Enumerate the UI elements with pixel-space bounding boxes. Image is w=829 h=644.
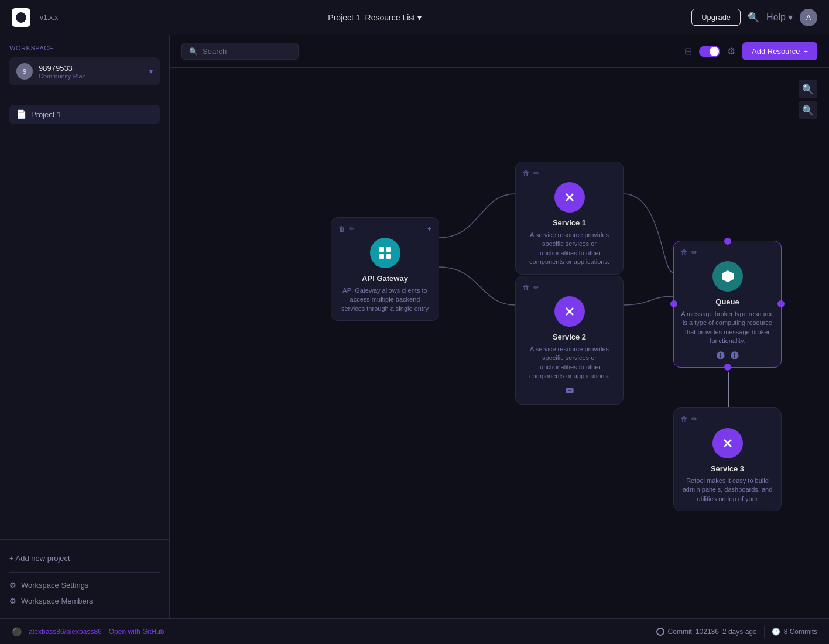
github-username: alexbass86/alexbass86 bbox=[29, 628, 102, 636]
settings-label: Workspace Settings bbox=[21, 581, 88, 590]
service3-node[interactable]: 🗑 ✏ + Service 3 Retool makes it easy to … bbox=[673, 407, 782, 511]
avatar[interactable]: A bbox=[800, 9, 817, 26]
api-gateway-node[interactable]: 🗑 ✏ + API Gateway API Gat bbox=[331, 217, 439, 321]
node-toolbar: 🗑 ✏ + bbox=[681, 248, 774, 256]
node-add-button[interactable]: + bbox=[612, 283, 616, 292]
project-name-label: Project 1 bbox=[328, 13, 360, 22]
node-toolbar: 🗑 ✏ + bbox=[338, 225, 431, 233]
node-toolbar-right: + bbox=[427, 225, 431, 233]
filter-icon[interactable]: ⚙ bbox=[727, 46, 735, 57]
node-delete-button[interactable]: 🗑 bbox=[681, 415, 688, 423]
add-project-button[interactable]: + Add new project bbox=[9, 549, 70, 567]
node-toolbar-right: + bbox=[612, 283, 616, 292]
node-toolbar-left: 🗑 ✏ bbox=[681, 248, 697, 256]
workspace-label: Workspace bbox=[9, 44, 160, 52]
node-toolbar: 🗑 ✏ + bbox=[681, 415, 774, 423]
service3-icon bbox=[712, 428, 743, 458]
sidebar-item-workspace-members[interactable]: ⚙ Workspace Members bbox=[9, 593, 160, 609]
node-delete-button[interactable]: 🗑 bbox=[523, 283, 530, 292]
service2-icon bbox=[554, 296, 585, 327]
sidebar: Workspace 9 98979533 Community Plan ▾ 📄 … bbox=[0, 35, 170, 618]
bottom-commits-button[interactable]: 🕐 8 Commits bbox=[772, 628, 817, 636]
help-button[interactable]: Help ▾ bbox=[766, 12, 793, 23]
bottom-commit-info: Commit 102136 2 days ago bbox=[656, 628, 757, 636]
canvas-search-wrapper[interactable]: 🔍 bbox=[181, 43, 299, 60]
queue-title: Queue bbox=[681, 297, 774, 306]
zoom-controls: 🔍 🔍 bbox=[799, 80, 817, 119]
queue-icon bbox=[712, 261, 743, 292]
sidebar-item-workspace-settings[interactable]: ⚙ Workspace Settings bbox=[9, 577, 160, 593]
topbar-center: Project 1 Resource List ▾ bbox=[67, 13, 682, 22]
node-toolbar: 🗑 ✏ + bbox=[523, 283, 616, 292]
toggle-switch[interactable] bbox=[699, 46, 720, 57]
canvas-search-input[interactable] bbox=[203, 47, 291, 56]
resource-list-button[interactable]: Resource List ▾ bbox=[365, 13, 422, 22]
sidebar-header: Workspace 9 98979533 Community Plan ▾ bbox=[0, 35, 169, 95]
sidebar-footer: + Add new project ⚙ Workspace Settings ⚙… bbox=[0, 539, 169, 618]
node-add-button[interactable]: + bbox=[770, 415, 774, 423]
node-edit-button[interactable]: ✏ bbox=[533, 169, 539, 177]
node-toolbar: 🗑 ✏ + bbox=[523, 169, 616, 177]
sidebar-projects: 📄 Project 1 bbox=[0, 95, 169, 539]
settings-icon: ⚙ bbox=[9, 581, 16, 590]
workspace-chevron-icon: ▾ bbox=[149, 67, 153, 76]
canvas[interactable]: 🔍 🔍 🗑 ✏ + bbox=[170, 68, 829, 618]
commit-time: 2 days ago bbox=[722, 628, 757, 636]
zoom-out-button[interactable]: 🔍 bbox=[799, 101, 817, 119]
service1-desc: A service resource provides specific ser… bbox=[523, 231, 616, 267]
queue-node[interactable]: 🗑 ✏ + Queue A message broker type resour… bbox=[673, 241, 782, 368]
commit-number: 102136 bbox=[696, 628, 719, 636]
canvas-toolbar: 🔍 ⊟ ⚙ Add Resource + bbox=[170, 35, 829, 68]
plus-icon: + bbox=[803, 47, 808, 56]
node-edit-button[interactable]: ✏ bbox=[691, 248, 697, 256]
node-toolbar-right: + bbox=[612, 169, 616, 177]
node-delete-button[interactable]: 🗑 bbox=[681, 248, 688, 256]
upgrade-button[interactable]: Upgrade bbox=[691, 9, 741, 26]
sidebar-item-project1[interactable]: 📄 Project 1 bbox=[9, 105, 160, 124]
resource-list-label: Resource List bbox=[365, 13, 416, 22]
node-add-button[interactable]: + bbox=[427, 225, 431, 233]
chevron-down-icon: ▾ bbox=[417, 13, 422, 22]
workspace-plan: Community Plan bbox=[39, 73, 143, 80]
workspace-item[interactable]: 9 98979533 Community Plan ▾ bbox=[9, 57, 160, 85]
project-name: Project 1 bbox=[31, 110, 61, 119]
github-user-label: alexbass86/alexbass86 bbox=[29, 628, 102, 636]
node-delete-button[interactable]: 🗑 bbox=[523, 169, 530, 177]
help-label: Help bbox=[766, 12, 786, 23]
search-button[interactable]: 🔍 bbox=[748, 12, 759, 23]
members-label: Workspace Members bbox=[21, 597, 93, 605]
node-delete-button[interactable]: 🗑 bbox=[338, 225, 345, 233]
service2-footer-icon bbox=[523, 386, 616, 397]
service2-node[interactable]: 🗑 ✏ + Service 2 A service resource provi… bbox=[515, 276, 624, 405]
zoom-in-button[interactable]: 🔍 bbox=[799, 80, 817, 98]
node-add-button[interactable]: + bbox=[612, 169, 616, 177]
topbar: v1.x.x Project 1 Resource List ▾ Upgrade… bbox=[0, 0, 829, 35]
node-toolbar-left: 🗑 ✏ bbox=[523, 283, 539, 292]
add-resource-button[interactable]: Add Resource + bbox=[742, 42, 817, 60]
logo-inner bbox=[16, 12, 26, 23]
node-edit-button[interactable]: ✏ bbox=[349, 225, 355, 233]
bottom-divider bbox=[764, 626, 765, 638]
service2-title: Service 2 bbox=[523, 333, 616, 341]
node-edit-button[interactable]: ✏ bbox=[691, 415, 697, 423]
workspace-info: 98979533 Community Plan bbox=[39, 64, 143, 80]
node-add-button[interactable]: + bbox=[770, 248, 774, 256]
queue-connector-bottom bbox=[724, 364, 731, 371]
node-toolbar-right: + bbox=[770, 248, 774, 256]
service1-node[interactable]: 🗑 ✏ + Service 1 A service resource provi… bbox=[515, 162, 624, 275]
node-toolbar-left: 🗑 ✏ bbox=[338, 225, 355, 233]
node-edit-button[interactable]: ✏ bbox=[533, 283, 539, 292]
queue-connector-top bbox=[724, 238, 731, 245]
node-toolbar-left: 🗑 ✏ bbox=[681, 415, 697, 423]
svg-rect-3 bbox=[386, 254, 391, 259]
grid-icon[interactable]: ⊟ bbox=[684, 46, 692, 57]
main-layout: Workspace 9 98979533 Community Plan ▾ 📄 … bbox=[0, 35, 829, 618]
canvas-search-icon: 🔍 bbox=[189, 47, 198, 56]
github-icon: ⚫ bbox=[12, 627, 22, 636]
svg-rect-1 bbox=[386, 247, 391, 252]
add-resource-label: Add Resource bbox=[752, 47, 800, 56]
queue-connector-left bbox=[670, 300, 677, 307]
clock-icon: 🕐 bbox=[772, 628, 780, 636]
toolbar-icons: ⊟ ⚙ bbox=[684, 46, 735, 57]
open-github-button[interactable]: Open with GitHub bbox=[109, 628, 165, 636]
